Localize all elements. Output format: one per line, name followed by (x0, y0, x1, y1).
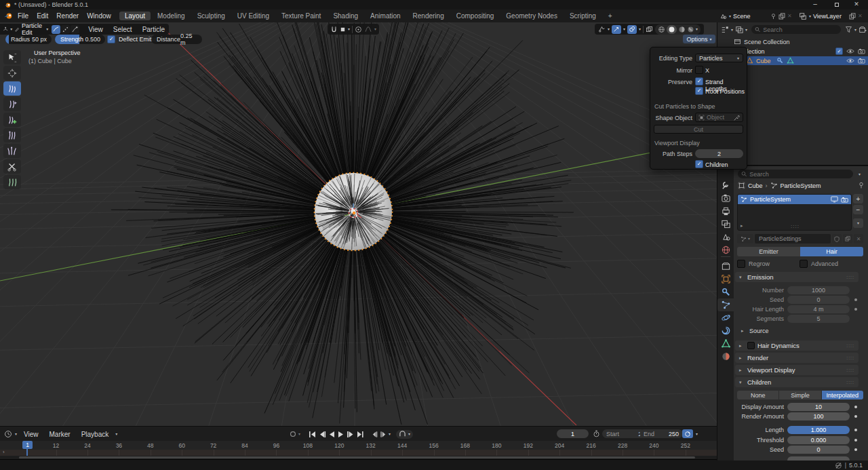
tab-modifiers[interactable] (717, 286, 734, 298)
deflect-emitter-checkbox[interactable]: ✓ (107, 35, 115, 43)
viewport-menu-particle[interactable]: Particle (138, 26, 169, 33)
viewport-menu-view[interactable]: View (84, 26, 107, 33)
eyedropper-icon[interactable] (734, 115, 740, 121)
display-mode-caret[interactable]: ▾ (731, 28, 733, 32)
tab-collection[interactable] (717, 260, 734, 273)
collection-checkbox[interactable]: ✓ (835, 47, 843, 55)
outliner-row-scene-collection[interactable]: Scene Collection (734, 37, 790, 46)
tab-world[interactable] (717, 243, 734, 256)
settings-id-type[interactable]: ▾ (737, 234, 753, 243)
tool-comb-button[interactable] (3, 81, 21, 96)
timeline-scrollbar[interactable] (19, 456, 695, 458)
menu-render[interactable]: Render (52, 12, 83, 20)
workspace-tab-rendering[interactable]: Rendering (408, 12, 450, 20)
tab-particles[interactable] (717, 298, 734, 311)
particle-specials-menu[interactable]: ▾ (853, 218, 863, 228)
add-particle-system-button[interactable]: + (853, 194, 863, 203)
children-grip[interactable]: :::: (846, 380, 854, 385)
auto-key-caret[interactable]: ▾ (298, 432, 300, 436)
maximize-button[interactable] (834, 2, 840, 7)
display-toggle-icon[interactable] (831, 196, 838, 203)
scene-name[interactable]: Scene (733, 13, 768, 20)
blender-menu-logo-icon[interactable] (4, 12, 13, 20)
timeline-editor-caret[interactable]: ▾ (15, 432, 17, 436)
shading-caret[interactable]: ▾ (696, 27, 698, 31)
object-visibility-icon[interactable] (598, 26, 606, 33)
hair-length-field[interactable]: 4 m (787, 305, 850, 313)
hair-dynamics-panel-header[interactable]: ▸ Hair Dynamics :::: (735, 340, 859, 351)
step-forward-button[interactable] (380, 431, 387, 438)
outliner-search[interactable] (751, 25, 841, 34)
select-mode-point-button[interactable] (61, 25, 70, 34)
mode-selector[interactable]: Particle Edit (22, 22, 44, 36)
filter-funnel-icon[interactable] (845, 26, 852, 33)
shading-material-icon[interactable] (678, 26, 686, 33)
hair-dynamics-checkbox[interactable] (747, 342, 755, 349)
list-resize-grip[interactable]: :::: (791, 223, 800, 229)
preview-range-button[interactable]: ▾ (396, 430, 413, 439)
play-button[interactable] (337, 431, 345, 438)
children-simple-button[interactable]: Simple (778, 391, 821, 399)
tool-length-button[interactable] (3, 128, 21, 142)
root-positions-checkbox[interactable]: ✓ (695, 87, 703, 95)
segments-field[interactable]: 5 (787, 315, 850, 323)
children-seed-field[interactable]: 0 (787, 446, 850, 454)
tool-weight-button[interactable] (3, 175, 21, 189)
workspace-tab-sculpting[interactable]: Sculpting (192, 12, 231, 20)
mode-caret[interactable]: ▾ (46, 27, 48, 31)
timeline-track[interactable] (0, 450, 717, 456)
snap-magnet-icon[interactable] (330, 26, 338, 33)
workspace-tab-texture-paint[interactable]: Texture Paint (276, 12, 326, 20)
hide-cube-icon[interactable] (846, 58, 854, 64)
fake-user-button[interactable] (832, 234, 842, 243)
playhead[interactable]: 1 (22, 441, 33, 449)
snap-target-icon[interactable] (340, 26, 346, 33)
gizmo-caret[interactable]: ▾ (623, 27, 625, 31)
jump-to-start-button[interactable] (309, 431, 317, 438)
timeline-editor-type-icon[interactable] (4, 430, 12, 438)
stopwatch-icon[interactable] (593, 430, 600, 437)
editor-type-icon[interactable] (3, 25, 8, 33)
properties-options-caret[interactable]: ▾ (859, 172, 861, 176)
mirror-x-checkbox[interactable] (695, 66, 703, 74)
timeline-menu-marker[interactable]: Marker (45, 431, 75, 438)
tool-select-box-button[interactable] (3, 50, 21, 64)
regrow-option[interactable]: Regrow (737, 260, 770, 268)
distance-field[interactable]: Distance 0.25 m (151, 35, 202, 44)
seed-field[interactable]: 0 (787, 296, 850, 304)
children-seed-animate-dot[interactable] (854, 448, 857, 451)
timeline-ruler[interactable]: 1224364860728496108120132144156168180192… (0, 441, 717, 450)
tab-material[interactable] (717, 350, 734, 363)
viewport-3d[interactable]: User Perspective (1) Cube | Cube (0, 22, 717, 426)
outliner-search-input[interactable] (763, 26, 837, 33)
playback-sync-button[interactable] (682, 429, 693, 438)
step-caret[interactable]: ▾ (389, 432, 391, 436)
regrow-checkbox[interactable] (737, 260, 745, 268)
new-view-layer-icon[interactable] (849, 13, 856, 20)
tab-scene[interactable] (717, 231, 734, 243)
shape-object-field[interactable]: Object (695, 113, 743, 122)
auto-keyframe-toggle[interactable] (289, 430, 297, 438)
next-keyframe-button[interactable] (347, 431, 355, 438)
remove-particle-system-button[interactable]: − (853, 205, 863, 214)
new-settings-button[interactable] (843, 234, 852, 243)
visibility-caret[interactable]: ▾ (608, 27, 610, 31)
length-animate-dot[interactable] (854, 429, 857, 431)
timeline-menu-playback[interactable]: Playback (77, 431, 113, 438)
channel-expander[interactable]: › (3, 449, 5, 455)
previous-keyframe-button[interactable] (318, 431, 326, 438)
tool-add-button[interactable] (3, 113, 21, 127)
render-toggle-icon[interactable] (841, 197, 848, 203)
display-amount-field[interactable]: 10 (787, 403, 850, 411)
pin-icon[interactable] (770, 13, 776, 20)
tab-object-data[interactable] (717, 337, 734, 350)
workspace-tab-animation[interactable]: Animation (365, 12, 406, 20)
jump-to-end-button[interactable] (356, 431, 364, 438)
snap-caret[interactable]: ▾ (348, 27, 350, 31)
view-layer-dropdown-caret[interactable]: ▾ (809, 14, 811, 18)
select-mode-tip-button[interactable] (71, 25, 79, 34)
proportional-edit-icon[interactable] (355, 26, 362, 33)
shading-wireframe-icon[interactable] (658, 26, 665, 33)
playback-menu-caret[interactable]: ▾ (115, 432, 117, 436)
editing-type-dropdown[interactable]: Particles ▾ (695, 54, 743, 62)
